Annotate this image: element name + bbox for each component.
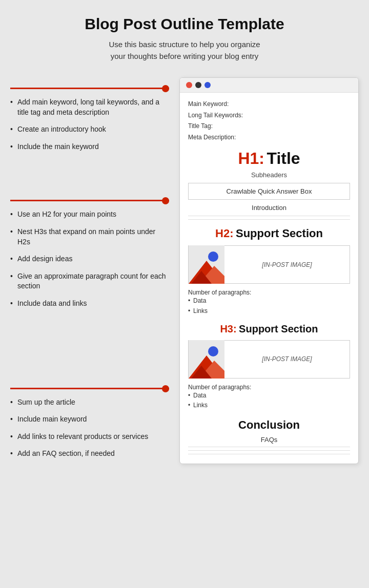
h3-image-placeholder: [IN-POST IMAGE] <box>188 340 350 379</box>
h2-image-svg <box>189 245 224 284</box>
list-item: Nest H3s that expand on main points unde… <box>10 227 169 247</box>
main-layout: Add main keyword, long tail keywords, an… <box>10 77 359 466</box>
conclusion-divider-3 <box>188 454 350 454</box>
left-section-1: Add main keyword, long tail keywords, an… <box>10 77 169 152</box>
divider-line-1 <box>188 216 350 216</box>
h3-value: Support Section <box>239 323 318 334</box>
page-title: Blog Post Outline Template <box>10 15 359 33</box>
right-column: Main Keyword: Long Tail Keywords: Title … <box>179 77 359 466</box>
list-item: Add an FAQ section, if needed <box>10 449 169 459</box>
spacer-1 <box>10 159 169 190</box>
meta-fields: Main Keyword: Long Tail Keywords: Title … <box>188 99 350 143</box>
meta-field-longtail: Long Tail Keywords: <box>188 110 350 121</box>
list-item: Add links to relevant products or servic… <box>10 432 169 442</box>
list-item: Give an approximate paragraph count for … <box>10 271 169 291</box>
browser-titlebar <box>180 78 358 93</box>
dot-red <box>186 82 192 88</box>
section-divider-1 <box>10 88 169 89</box>
browser-window: Main Keyword: Long Tail Keywords: Title … <box>179 77 359 464</box>
h2-data-item: Data <box>188 296 350 306</box>
section-2-notes: Use an H2 for your main points Nest H3s … <box>10 209 169 308</box>
page-wrapper: Blog Post Outline Template Use this basi… <box>0 0 369 588</box>
h1-value: Title <box>266 149 300 167</box>
h2-image-label: [IN-POST IMAGE] <box>224 261 350 268</box>
left-column: Add main keyword, long tail keywords, an… <box>10 77 174 466</box>
h1-label: H1: <box>238 149 264 167</box>
list-item: Include the main keyword <box>10 142 169 152</box>
introduction-label: Introduction <box>188 204 350 212</box>
h2-image-icon <box>189 245 224 284</box>
section-divider-2 <box>10 200 169 201</box>
h2-label: H2: <box>215 227 233 240</box>
h3-links-item: Links <box>188 401 350 410</box>
list-item: Create an introductory hook <box>10 124 169 135</box>
section-3-notes: Sum up the article Include main keyword … <box>10 397 169 459</box>
h1-section: H1: Title <box>188 149 350 168</box>
h3-image-icon <box>189 340 224 379</box>
h2-image-placeholder: [IN-POST IMAGE] <box>188 245 350 284</box>
conclusion-divider-1 <box>188 447 350 447</box>
dot-blue <box>204 82 211 88</box>
list-item: Include data and links <box>10 299 169 309</box>
meta-field-metadesc: Meta Description: <box>188 132 350 143</box>
h2-paragraph-info: Number of paragraphs: Data Links <box>188 289 350 316</box>
h3-label: H3: <box>220 323 236 334</box>
svg-point-3 <box>208 251 218 262</box>
left-section-3: Sum up the article Include main keyword … <box>10 377 169 459</box>
left-section-2: Use an H2 for your main points Nest H3s … <box>10 190 169 308</box>
h3-section: H3: Support Section <box>188 323 350 335</box>
list-item: Include main keyword <box>10 414 169 425</box>
list-item: Sum up the article <box>10 397 169 408</box>
section-divider-3 <box>10 388 169 389</box>
meta-field-keyword: Main Keyword: <box>188 99 350 110</box>
h2-links-item: Links <box>188 306 350 316</box>
browser-content: Main Keyword: Long Tail Keywords: Title … <box>180 93 358 464</box>
conclusion-section: Conclusion <box>188 418 350 432</box>
spacer-2 <box>10 316 169 377</box>
list-item: Add design ideas <box>10 254 169 264</box>
h2-section: H2: Support Section <box>188 227 350 240</box>
faqs-label: FAQs <box>188 436 350 444</box>
dot-black <box>195 82 201 88</box>
h3-data-item: Data <box>188 391 350 401</box>
list-item: Use an H2 for your main points <box>10 209 169 220</box>
meta-field-titletag: Title Tag: <box>188 121 350 132</box>
quick-answer-box: Crawlable Quick Answer Box <box>188 183 350 200</box>
page-subtitle: Use this basic structure to help you org… <box>10 39 359 62</box>
list-item: Add main keyword, long tail keywords, an… <box>10 97 169 117</box>
svg-point-8 <box>208 346 218 356</box>
conclusion-divider-2 <box>188 450 350 451</box>
page-header: Blog Post Outline Template Use this basi… <box>10 15 359 62</box>
h3-image-label: [IN-POST IMAGE] <box>224 355 350 363</box>
section-1-notes: Add main keyword, long tail keywords, an… <box>10 97 169 152</box>
h3-image-svg <box>189 340 224 379</box>
conclusion-title: Conclusion <box>188 418 350 432</box>
h2-value: Support Section <box>236 227 323 240</box>
h3-paragraph-info: Number of paragraphs: Data Links <box>188 384 350 410</box>
divider-line-2 <box>188 219 350 220</box>
subheaders-label: Subheaders <box>188 171 350 179</box>
